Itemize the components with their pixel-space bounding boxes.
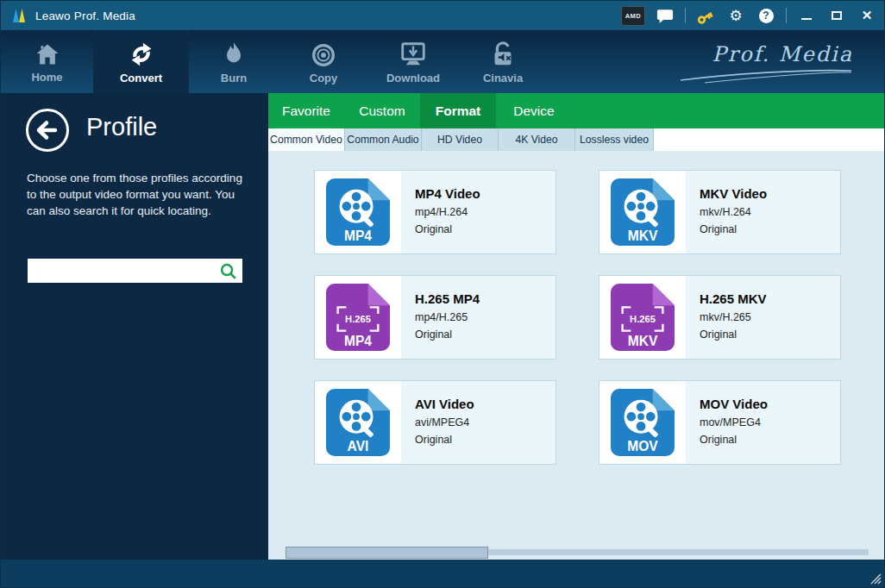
card-text: AVI Video avi/MPEG4 Original — [401, 381, 474, 464]
card-icon-zone: MP4 — [315, 171, 401, 253]
avi-file-icon: AVI — [326, 389, 390, 456]
profile-card-mp4[interactable]: MP4 MP4 Video mp4/H.264 Original — [314, 170, 556, 254]
window-title: Leawo Prof. Media — [35, 9, 135, 22]
nav-item-burn[interactable]: Burn — [189, 30, 279, 93]
nav-label: Convert — [120, 72, 162, 84]
nav-item-copy[interactable]: Copy — [279, 30, 368, 93]
app-logo-icon — [9, 6, 28, 25]
card-text: MKV Video mkv/H.264 Original — [686, 171, 767, 253]
mov-file-icon: MOV — [611, 389, 675, 456]
card-icon-zone: H.265 MP4 — [315, 276, 401, 359]
h265-mkv-file-icon: H.265 MKV — [611, 284, 675, 351]
home-icon — [33, 41, 62, 68]
close-button[interactable]: ✕ — [857, 5, 877, 26]
nav-label: Home — [31, 71, 62, 84]
profile-format: mov/MPEG4 — [700, 416, 768, 428]
nav-item-download[interactable]: Download — [368, 30, 458, 93]
card-icon-zone: MKV — [599, 171, 686, 253]
nav-label: Download — [386, 72, 440, 84]
profile-card-avi[interactable]: AVI AVI Video avi/MPEG4 Original — [314, 380, 556, 465]
resize-grip[interactable] — [869, 572, 882, 585]
svg-text:MKV: MKV — [628, 334, 658, 348]
profile-format: mp4/H.265 — [415, 311, 480, 323]
card-text: H.265 MKV mkv/H.265 Original — [686, 276, 767, 359]
profile-description: Choose one from those profiles according… — [27, 170, 248, 219]
horizontal-scrollbar-thumb[interactable] — [286, 547, 488, 559]
search-icon[interactable] — [219, 262, 237, 280]
search-input[interactable] — [28, 259, 219, 283]
app-window: Leawo Prof. Media AMD ⚙ — [0, 0, 885, 588]
feedback-icon[interactable] — [655, 5, 675, 26]
profile-search — [28, 259, 242, 283]
profile-quality: Original — [415, 223, 480, 235]
mkv-file-icon: MKV — [611, 178, 675, 246]
subtab-lossless-video[interactable]: Lossless video — [575, 128, 654, 151]
settings-gear-icon[interactable]: ⚙ — [725, 5, 746, 26]
nav-label: Copy — [310, 72, 338, 84]
nav-item-cinavia[interactable]: Cinavia — [458, 30, 548, 93]
register-key-icon[interactable] — [695, 5, 716, 26]
back-arrow-icon — [25, 108, 70, 153]
card-text: H.265 MP4 mp4/H.265 Original — [401, 276, 480, 359]
profile-card-mkv[interactable]: MKV MKV Video mkv/H.264 Original — [599, 170, 841, 254]
profile-card-h265-mkv[interactable]: H.265 MKV H.265 MKV mkv/H.265 Original — [599, 275, 841, 360]
minimize-button[interactable] — [796, 5, 817, 26]
nav-item-convert[interactable]: Convert — [93, 30, 189, 93]
profile-quality: Original — [415, 434, 474, 446]
svg-text:MOV: MOV — [627, 439, 658, 454]
titlebar: Leawo Prof. Media AMD ⚙ — [1, 1, 884, 30]
profile-card-mov[interactable]: MOV MOV Video mov/MPEG4 Original — [599, 380, 841, 465]
profile-title: H.265 MKV — [700, 291, 767, 306]
nav-label: Cinavia — [483, 72, 523, 84]
nav-item-home[interactable]: Home — [1, 30, 93, 93]
mp4-file-icon: MP4 — [326, 178, 390, 246]
subtab-4k-video[interactable]: 4K Video — [499, 128, 575, 151]
maximize-button[interactable] — [826, 5, 847, 26]
h265-mp4-file-icon: H.265 MP4 — [326, 284, 390, 351]
profile-sidebar: Profile Choose one from those profiles a… — [1, 93, 268, 561]
profile-title: MP4 Video — [415, 186, 480, 201]
profile-format: mkv/H.264 — [700, 206, 767, 218]
brand-text: Prof. Media — [712, 42, 853, 66]
card-text: MOV Video mov/MPEG4 Original — [686, 381, 768, 464]
category-tabbar: Favorite Custom Format Device — [268, 93, 885, 128]
subtab-filler — [654, 128, 885, 151]
profile-quality: Original — [415, 328, 480, 341]
status-bar — [1, 560, 884, 587]
subtab-common-audio[interactable]: Common Audio — [345, 128, 422, 151]
profile-format: mkv/H.265 — [700, 311, 767, 323]
tab-device[interactable]: Device — [496, 93, 572, 128]
svg-text:H.265: H.265 — [630, 314, 656, 324]
amd-radeon-badge: AMD — [621, 6, 645, 26]
page-title: Profile — [86, 113, 157, 141]
format-subtabbar: Common Video Common Audio HD Video 4K Vi… — [268, 128, 885, 151]
titlebar-separator — [786, 8, 787, 23]
card-text: MP4 Video mp4/H.264 Original — [401, 171, 480, 253]
help-icon[interactable]: ? — [756, 5, 776, 26]
profiles-content: MP4 MP4 Video mp4/H.264 Original — [268, 151, 885, 561]
main-navbar: Home Convert Burn — [1, 30, 884, 93]
profile-title: MKV Video — [700, 186, 767, 201]
svg-text:AVI: AVI — [348, 439, 369, 454]
card-icon-zone: H.265 MKV — [599, 276, 686, 359]
tab-custom[interactable]: Custom — [344, 93, 420, 128]
profiles-grid: MP4 MP4 Video mp4/H.264 Original — [314, 170, 841, 465]
profile-quality: Original — [700, 223, 767, 235]
nav-label: Burn — [221, 72, 247, 84]
profile-card-h265-mp4[interactable]: H.265 MP4 H.265 MP4 mp4/H.265 Original — [314, 275, 556, 360]
cinavia-lock-icon — [488, 40, 518, 69]
back-button[interactable] — [25, 108, 70, 153]
subtab-common-video[interactable]: Common Video — [268, 128, 345, 151]
profile-format: mp4/H.264 — [415, 206, 480, 218]
brand-signature: Prof. Media — [681, 42, 853, 84]
profile-title: AVI Video — [415, 397, 474, 411]
profile-quality: Original — [700, 434, 768, 446]
svg-text:MP4: MP4 — [344, 334, 372, 348]
tab-format[interactable]: Format — [420, 93, 496, 128]
card-icon-zone: MOV — [599, 381, 686, 464]
brand-swoosh — [681, 68, 853, 84]
tab-favorite[interactable]: Favorite — [268, 93, 344, 128]
profile-title: H.265 MP4 — [415, 291, 480, 306]
subtab-hd-video[interactable]: HD Video — [422, 128, 499, 151]
convert-icon — [127, 40, 156, 69]
